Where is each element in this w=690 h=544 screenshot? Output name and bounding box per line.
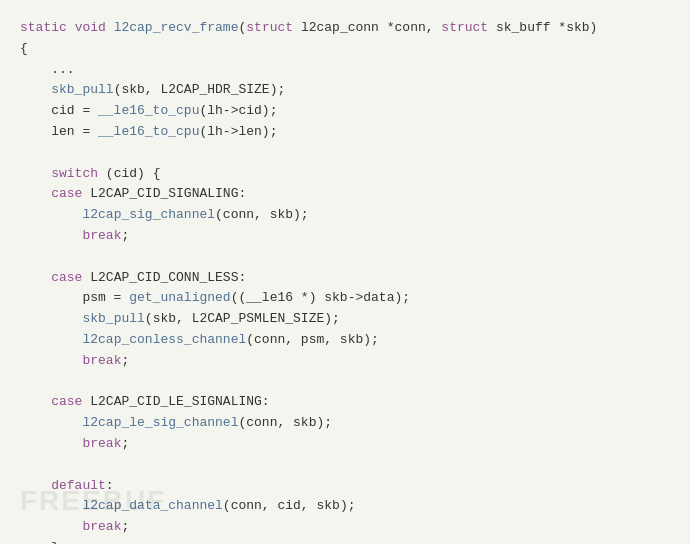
code-line: l2cap_conless_channel(conn, psm, skb);: [20, 330, 670, 351]
code-line: case L2CAP_CID_SIGNALING:: [20, 184, 670, 205]
code-line: break;: [20, 226, 670, 247]
code-line: [20, 247, 670, 268]
code-line: skb_pull(skb, L2CAP_PSMLEN_SIZE);: [20, 309, 670, 330]
code-line: cid = __le16_to_cpu(lh->cid);: [20, 101, 670, 122]
code-line: ...: [20, 60, 670, 81]
code-line: break;: [20, 434, 670, 455]
code-line: [20, 372, 670, 393]
code-line: l2cap_le_sig_channel(conn, skb);: [20, 413, 670, 434]
code-line: static void l2cap_recv_frame(struct l2ca…: [20, 18, 670, 39]
code-line: break;: [20, 351, 670, 372]
code-line: psm = get_unaligned((__le16 *) skb->data…: [20, 288, 670, 309]
code-line: [20, 143, 670, 164]
code-line: default:: [20, 476, 670, 497]
code-block: static void l2cap_recv_frame(struct l2ca…: [0, 0, 690, 544]
code-line: l2cap_data_channel(conn, cid, skb);: [20, 496, 670, 517]
code-line: l2cap_sig_channel(conn, skb);: [20, 205, 670, 226]
code-line: [20, 455, 670, 476]
code-line: }: [20, 538, 670, 544]
code-line: case L2CAP_CID_LE_SIGNALING:: [20, 392, 670, 413]
code-line: skb_pull(skb, L2CAP_HDR_SIZE);: [20, 80, 670, 101]
code-line: switch (cid) {: [20, 164, 670, 185]
code-line: len = __le16_to_cpu(lh->len);: [20, 122, 670, 143]
code-line: break;: [20, 517, 670, 538]
code-line: {: [20, 39, 670, 60]
code-line: case L2CAP_CID_CONN_LESS:: [20, 268, 670, 289]
